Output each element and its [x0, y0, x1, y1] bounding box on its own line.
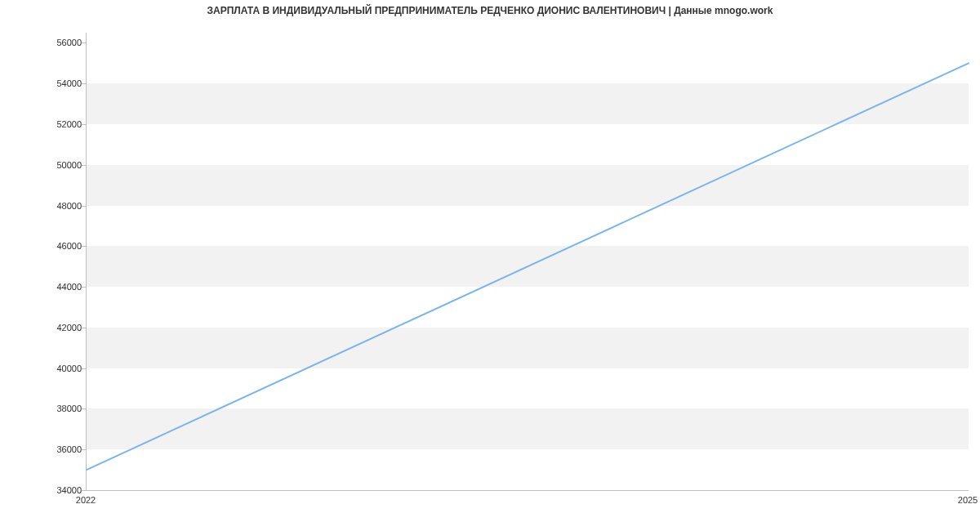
chart-title: ЗАРПЛАТА В ИНДИВИДУАЛЬНЫЙ ПРЕДПРИНИМАТЕЛ… [0, 5, 980, 16]
y-tick-label: 56000 [8, 38, 82, 47]
line-layer [87, 33, 969, 490]
salary-line-chart: ЗАРПЛАТА В ИНДИВИДУАЛЬНЫЙ ПРЕДПРИНИМАТЕЛ… [0, 0, 980, 531]
series-line [87, 63, 969, 470]
y-tick-label: 46000 [8, 241, 82, 251]
y-tick-label: 38000 [8, 404, 82, 413]
y-tick-label: 52000 [8, 119, 82, 129]
y-tick-label: 54000 [8, 78, 82, 88]
y-tick-label: 50000 [8, 160, 82, 170]
y-tick-label: 42000 [8, 323, 82, 332]
y-tick-label: 44000 [8, 282, 82, 292]
y-tick-label: 34000 [8, 485, 82, 495]
y-tick-label: 48000 [8, 201, 82, 211]
x-tick-label: 2022 [76, 495, 96, 505]
y-tick-label: 40000 [8, 364, 82, 373]
y-tick-label: 36000 [8, 444, 82, 454]
x-tick-label: 2025 [958, 495, 978, 505]
plot-area [86, 33, 969, 491]
